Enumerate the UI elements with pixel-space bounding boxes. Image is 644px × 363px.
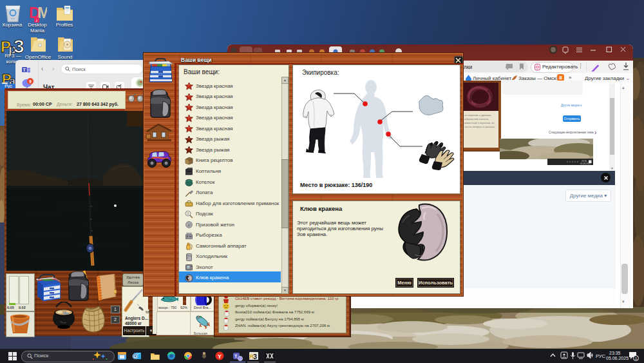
svg-text:1: 1 — [635, 357, 637, 360]
svg-text:₽: ₽ — [188, 223, 191, 227]
svg-text:T: T — [234, 353, 238, 359]
svg-text:3: 3 — [253, 353, 257, 360]
svg-text:9: 9 — [29, 79, 32, 84]
svg-text:T: T — [23, 68, 26, 72]
svg-text:Y: Y — [218, 353, 222, 360]
